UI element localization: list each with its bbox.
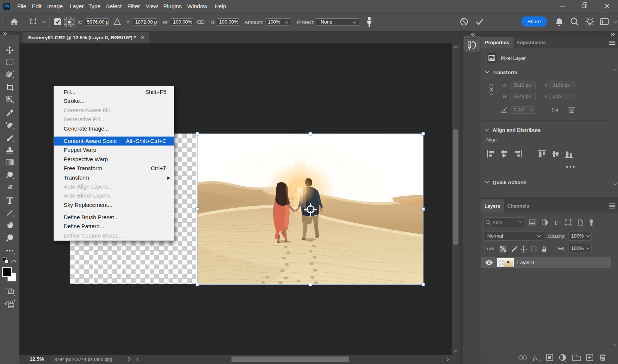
- svg-text:T: T: [554, 219, 558, 226]
- svg-text:fx: fx: [533, 355, 537, 361]
